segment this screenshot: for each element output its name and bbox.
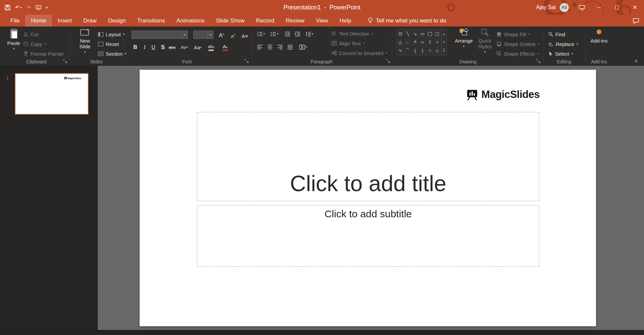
present-in-teams-button[interactable] [574,0,590,15]
clear-formatting-button[interactable]: A [242,31,248,39]
convert-to-smartart-button[interactable]: Convert to SmartArt ▾ [332,49,387,57]
shape-icon[interactable]: { [411,46,419,55]
shape-icon[interactable]: △ [397,38,404,46]
minimize-button[interactable] [590,0,608,15]
tab-file[interactable]: File [5,15,25,26]
shape-icon[interactable]: ▢ [434,30,441,38]
text-direction-button[interactable]: Text Direction ▾ [332,29,373,38]
avatar[interactable]: AS [560,3,569,12]
subtitle-placeholder[interactable]: Click to add subtitle [197,205,539,267]
tab-transitions[interactable]: Transitions [132,15,171,26]
reset-button[interactable]: Reset [98,40,119,48]
text-highlight-button[interactable]: ab ▾ [207,43,215,52]
tab-draw[interactable]: Draw [78,15,102,26]
character-spacing-button[interactable]: AV▾ [181,43,188,52]
clipboard-dialog-launcher[interactable] [63,59,67,63]
shape-icon[interactable]: ╲ [404,30,411,38]
shapes-more-button[interactable]: ▾ [441,47,446,55]
shape-outline-button[interactable]: Shape Outline ▾ [497,40,540,48]
comments-button[interactable] [633,15,639,26]
tab-slide-show[interactable]: Slide Show [210,15,250,26]
replace-button[interactable]: ab Replace ▾ [548,40,578,48]
shape-icon[interactable]: ⇩ [426,38,434,46]
shape-icon[interactable]: ▭ [419,30,426,38]
add-ins-button[interactable]: Add-ins [588,28,610,44]
tab-record[interactable]: Record [250,15,280,26]
font-name-combobox[interactable]: ▾ [132,31,188,39]
collapse-ribbon-button[interactable]: ∧ [635,58,638,63]
drawing-dialog-launcher[interactable] [536,59,541,63]
paragraph-dialog-launcher[interactable] [386,59,390,63]
underline-button[interactable]: U [150,43,157,52]
shape-icon[interactable]: } [419,46,426,55]
text-shadow-button[interactable]: S [159,43,166,52]
tab-review[interactable]: Review [280,15,310,26]
title-placeholder[interactable]: Click to add title [197,112,539,201]
tab-view[interactable]: View [310,15,334,26]
italic-button[interactable]: I [141,43,148,52]
shape-icon[interactable]: + [434,38,441,46]
decrease-font-size-button[interactable]: A˅ [231,31,236,39]
undo-button[interactable]: ↶▾ [15,4,21,11]
decrease-indent-button[interactable] [285,30,290,38]
tab-help[interactable]: Help [334,15,357,26]
select-button[interactable]: Select ▾ [548,49,573,58]
tab-animations[interactable]: Animations [170,15,210,26]
font-size-combobox[interactable]: ▾ [193,31,213,39]
paste-button[interactable]: Paste ▾ [5,28,22,50]
tab-home[interactable]: Home [25,15,52,26]
quick-styles-button[interactable]: Quick Styles ▾ [475,28,495,54]
new-slide-button[interactable]: New Slide ▾ [75,28,95,54]
arrange-button[interactable]: Arrange ▾ [454,28,474,48]
chevron-down-icon[interactable]: ▾ [207,31,213,39]
strikethrough-button[interactable]: abc [168,43,176,52]
find-button[interactable]: Find [548,30,565,39]
change-case-button[interactable]: Aa▾ [194,43,202,52]
slide[interactable]: MagicSlides Click to add title Click to … [140,70,596,326]
section-button[interactable]: Section ▾ [98,49,127,58]
columns-button[interactable]: ▾ [299,43,307,51]
tab-insert[interactable]: Insert [52,15,78,26]
shape-fill-button[interactable]: Shape Fill ▾ [497,30,530,39]
bullets-button[interactable]: ▾ [257,30,265,38]
close-button[interactable]: × [626,0,644,15]
justify-button[interactable] [287,43,293,51]
maximize-restore-button[interactable] [608,0,626,15]
slide-thumbnail[interactable]: MagicSlides [15,73,89,115]
shape-icon[interactable]: ◯ [426,30,434,38]
format-painter-button[interactable]: Format Painter [23,49,64,58]
shape-icon[interactable]: ⊡ [397,30,404,38]
start-presentation-button[interactable] [36,5,41,10]
layout-button[interactable]: Layout ▾ [98,30,125,39]
undo-dropdown-icon[interactable]: ▾ [20,6,21,9]
align-center-button[interactable] [267,43,273,51]
shape-icon[interactable]: ↘ [411,30,419,38]
align-text-button[interactable]: Align Text ▾ [332,39,364,48]
save-button[interactable] [5,5,10,10]
customize-qat-button[interactable]: ▾ [46,6,48,9]
numbering-button[interactable]: ▾ [270,30,279,38]
chevron-down-icon[interactable]: ▾ [182,31,188,39]
cut-button[interactable]: Cut [23,30,38,39]
font-dialog-launcher[interactable] [245,59,249,63]
shape-icon[interactable]: ☆ [426,46,434,55]
tab-design[interactable]: Design [102,15,132,26]
line-spacing-button[interactable]: ▾ [305,30,313,38]
shape-effects-button[interactable]: Shape Effects ▾ [497,49,539,58]
increase-font-size-button[interactable]: A˄ [219,31,225,39]
shape-icon[interactable]: ∿ [397,46,404,55]
copy-button[interactable]: Copy ▾ [23,40,46,48]
shape-icon[interactable]: ⇨ [419,38,426,46]
shapes-scroll-up-button[interactable]: ▴ [441,30,446,38]
shape-icon[interactable]: ↱ [411,38,419,46]
shapes-scroll-down-button[interactable]: ▾ [441,38,446,46]
shape-icon[interactable]: ⌒ [404,46,411,55]
shape-icon[interactable]: ∟ [404,38,411,46]
tell-me-box[interactable]: Tell me what you want to do [368,15,446,26]
shape-icon[interactable]: ◇ [434,46,441,55]
increase-indent-button[interactable] [295,30,300,38]
redo-button[interactable]: ↷ [26,4,31,11]
align-right-button[interactable] [277,43,283,51]
align-left-button[interactable] [257,43,263,51]
bold-button[interactable]: B [132,43,139,52]
